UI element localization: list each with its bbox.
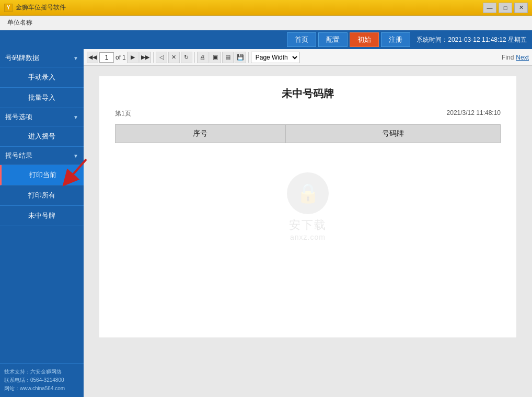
menu-bar: 单位名称 [0, 16, 532, 30]
sidebar-item-manual-entry[interactable]: 手动录入 [0, 67, 84, 88]
chevron-down-icon: ▼ [73, 153, 78, 159]
page-number-input[interactable] [99, 52, 114, 63]
total-pages: 1 [122, 54, 126, 61]
find-label: Find [502, 54, 514, 61]
app-title: 金狮车位摇号软件 [16, 3, 66, 12]
nav-init-button[interactable]: 初始 [350, 32, 379, 47]
header-nav: 首页 配置 初始 注册 系统时间：2021-03-12 11:48:12 星期五 [0, 30, 532, 49]
watermark-icon: 🔒 [287, 172, 329, 214]
nav-home-button[interactable]: 首页 [287, 32, 316, 47]
of-label: of [115, 54, 121, 61]
report-table: 序号 号码牌 [115, 124, 501, 143]
sidebar-item-enter-lottery[interactable]: 进入摇号 [0, 126, 84, 147]
system-time: 系统时间：2021-03-12 11:48:12 星期五 [417, 36, 527, 44]
print-button[interactable]: 🖨 [197, 52, 209, 63]
page-info: of 1 [99, 52, 126, 63]
refresh-button[interactable]: ↻ [181, 52, 192, 63]
sidebar-item-print-current[interactable]: 打印当前 [0, 165, 84, 185]
watermark-text2: anxz.com [287, 233, 329, 241]
separator-2 [194, 52, 195, 63]
maximize-button[interactable]: □ [499, 3, 512, 13]
watermark: 🔒 安下载 anxz.com [287, 172, 329, 241]
menu-item-company[interactable]: 单位名称 [3, 17, 37, 29]
app-icon: Y [4, 4, 13, 12]
sidebar-item-batch-import[interactable]: 批量导入 [0, 88, 84, 108]
report-meta: 第1页 2021/3/12 11:48:10 [115, 109, 501, 118]
main-layout: 号码牌数据 ▼ 手动录入 批量导入 摇号选项 ▼ 进入摇号 摇号结果 ▼ 打印当… [0, 49, 532, 397]
report-page: 🔒 安下载 anxz.com 未中号码牌 第1页 2021/3/12 11:48… [99, 76, 516, 337]
report-toolbar: ◀◀ of 1 ▶ ▶▶ ◁ ✕ ↻ 🖨 ▣ ▤ 💾 Page Width 75… [84, 49, 532, 66]
report-page-label: 第1页 [115, 109, 131, 118]
next-button[interactable]: Next [516, 54, 529, 61]
zoom-select[interactable]: Page Width 75% 100% 150% 200% [251, 52, 299, 63]
report-timestamp: 2021/3/12 11:48:10 [447, 109, 501, 118]
stop-button[interactable]: ✕ [168, 52, 180, 63]
sidebar-item-unselected-plate[interactable]: 未中号牌 [0, 206, 84, 226]
chevron-down-icon: ▼ [73, 114, 78, 120]
sidebar-section-lottery-results[interactable]: 摇号结果 ▼ [0, 147, 84, 165]
sidebar: 号码牌数据 ▼ 手动录入 批量导入 摇号选项 ▼ 进入摇号 摇号结果 ▼ 打印当… [0, 49, 84, 397]
sidebar-section-number-plate-data[interactable]: 号码牌数据 ▼ [0, 49, 84, 67]
close-button[interactable]: ✕ [514, 3, 528, 13]
separator-3 [248, 52, 249, 63]
first-page-button[interactable]: ◀◀ [87, 52, 98, 63]
chevron-down-icon: ▼ [73, 55, 78, 61]
nav-config-button[interactable]: 配置 [318, 32, 348, 47]
sidebar-section-lottery-options[interactable]: 摇号选项 ▼ [0, 108, 84, 126]
title-bar-left: Y 金狮车位摇号软件 [4, 3, 66, 12]
layout2-button[interactable]: ▤ [222, 52, 234, 63]
find-area: Find Next [502, 54, 529, 61]
nav-register-button[interactable]: 注册 [381, 32, 410, 47]
back-button[interactable]: ◁ [156, 52, 167, 63]
watermark-text1: 安下载 [287, 217, 329, 233]
layout1-button[interactable]: ▣ [210, 52, 221, 63]
sidebar-footer: 技术支持：六安金狮网络 联系电话：0564-3214800 网站：www.chi… [0, 363, 84, 397]
report-title: 未中号码牌 [115, 87, 501, 101]
report-body: 🔒 安下载 anxz.com 未中号码牌 第1页 2021/3/12 11:48… [84, 66, 532, 397]
minimize-button[interactable]: — [483, 3, 496, 13]
separator-1 [153, 52, 154, 63]
col-header-seq: 序号 [115, 125, 286, 143]
sidebar-item-print-all[interactable]: 打印所有 [0, 185, 84, 206]
last-page-button[interactable]: ▶▶ [140, 52, 151, 63]
export-button[interactable]: 💾 [235, 52, 246, 63]
title-bar-controls: — □ ✕ [483, 3, 528, 13]
content-area: ◀◀ of 1 ▶ ▶▶ ◁ ✕ ↻ 🖨 ▣ ▤ 💾 Page Width 75… [84, 49, 532, 397]
col-header-plate: 号码牌 [285, 125, 501, 143]
title-bar: Y 金狮车位摇号软件 — □ ✕ [0, 0, 532, 16]
next-page-button[interactable]: ▶ [127, 52, 138, 63]
